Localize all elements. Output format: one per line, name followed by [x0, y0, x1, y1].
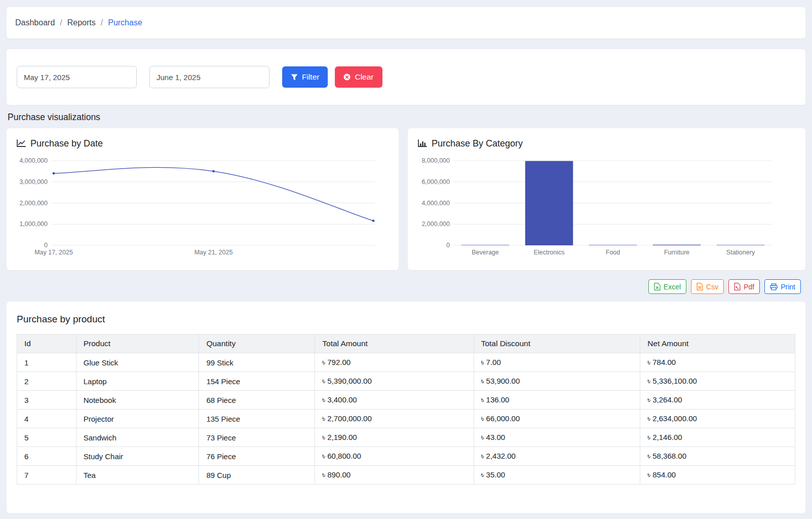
table-row: 3Notebook68 Piece৳ 3,400.00৳ 136.00৳ 3,2… — [17, 391, 795, 410]
table-cell: ৳ 136.00 — [474, 391, 640, 410]
column-header-net-amount: Net Amount — [640, 335, 795, 353]
table-cell: Sandwich — [76, 428, 199, 447]
clear-x-icon — [343, 73, 351, 81]
pdf-export-button[interactable]: Pdf — [728, 279, 760, 294]
table-cell: ৳ 5,336,100.00 — [640, 372, 795, 391]
excel-export-button[interactable]: Excel — [648, 279, 686, 294]
svg-text:8,000,000: 8,000,000 — [421, 157, 450, 164]
table-cell: 68 Piece — [199, 391, 315, 410]
table-cell: 99 Stick — [199, 353, 315, 372]
table-cell: ৳ 60,800.00 — [315, 447, 474, 466]
table-cell: 4 — [17, 410, 76, 428]
table-cell: ৳ 792.00 — [315, 353, 474, 372]
table-row: 1Glue Stick99 Stick৳ 792.00৳ 7.00৳ 784.0… — [17, 353, 795, 372]
table-cell: ৳ 2,146.00 — [640, 428, 795, 447]
svg-text:May 17, 2025: May 17, 2025 — [34, 249, 73, 256]
column-header-id: Id — [17, 335, 76, 353]
export-button-label: Pdf — [744, 283, 754, 291]
breadcrumb-item-reports[interactable]: Reports — [67, 18, 96, 27]
filter-button-label: Filter — [302, 72, 319, 82]
svg-text:4,000,000: 4,000,000 — [19, 157, 48, 164]
table-cell: Projector — [76, 410, 199, 428]
table-cell: ৳ 35.00 — [474, 466, 640, 485]
bar-chart-icon — [418, 139, 427, 147]
table-cell: ৳ 53,900.00 — [474, 372, 640, 391]
svg-text:2,000,000: 2,000,000 — [421, 220, 450, 228]
column-header-total-discount: Total Discount — [474, 335, 640, 353]
charts-row: Purchase by Date 01,000,0002,000,0003,00… — [7, 128, 805, 270]
table-cell: 76 Piece — [199, 447, 315, 466]
table-cell: ৳ 890.00 — [315, 466, 474, 485]
purchase-by-product-card: Purchase by product IdProductQuantityTot… — [7, 302, 805, 513]
chart-title-purchase-by-date: Purchase by Date — [30, 138, 103, 149]
export-button-label: Csv — [706, 283, 718, 291]
svg-text:Electronics: Electronics — [533, 249, 564, 256]
table-cell: ৳ 3,264.00 — [640, 391, 795, 410]
purchase-by-date-card: Purchase by Date 01,000,0002,000,0003,00… — [7, 128, 399, 270]
table-cell: ৳ 7.00 — [474, 353, 640, 372]
line-chart-icon — [17, 139, 26, 147]
svg-text:Stationery: Stationery — [726, 249, 755, 256]
excel-file-icon — [654, 283, 661, 290]
table-cell: Tea — [76, 466, 199, 485]
csv-export-button[interactable]: Csv — [691, 279, 724, 294]
end-date-input[interactable] — [149, 66, 269, 88]
svg-text:Furniture: Furniture — [664, 249, 689, 256]
table-cell: Laptop — [76, 372, 199, 391]
table-cell: 135 Piece — [199, 410, 315, 428]
chart-title-purchase-by-category: Purchase By Category — [432, 138, 523, 149]
svg-text:0: 0 — [44, 242, 48, 249]
table-cell: 3 — [17, 391, 76, 410]
filter-panel: Filter Clear — [7, 49, 805, 105]
table-cell: 89 Cup — [199, 466, 315, 485]
svg-text:May 21, 2025: May 21, 2025 — [195, 249, 233, 256]
purchase-table: IdProductQuantityTotal AmountTotal Disco… — [17, 334, 795, 485]
breadcrumb: Dashboard/Reports/Purchase — [7, 7, 805, 39]
table-cell: ৳ 854.00 — [640, 466, 795, 485]
filter-funnel-icon — [291, 74, 298, 81]
table-row: 6Study Chair76 Piece৳ 60,800.00৳ 2,432.0… — [17, 447, 795, 466]
table-cell: ৳ 2,700,000.00 — [315, 410, 474, 428]
table-row: 5Sandwich73 Piece৳ 2,190.00৳ 43.00৳ 2,14… — [17, 428, 795, 447]
svg-text:1,000,000: 1,000,000 — [19, 220, 48, 228]
svg-text:3,000,000: 3,000,000 — [19, 178, 48, 186]
svg-text:4,000,000: 4,000,000 — [421, 200, 450, 207]
svg-text:2,000,000: 2,000,000 — [19, 200, 48, 207]
table-cell: ৳ 2,190.00 — [315, 428, 474, 447]
csv-file-icon — [697, 283, 703, 290]
section-title: Purchase visualizations — [8, 112, 812, 123]
purchase-by-category-chart[interactable]: 02,000,0004,000,0006,000,0008,000,000Bev… — [418, 155, 795, 259]
table-cell: ৳ 43.00 — [474, 428, 640, 447]
clear-button-label: Clear — [355, 72, 373, 82]
filter-button[interactable]: Filter — [282, 66, 328, 88]
column-header-product: Product — [76, 335, 199, 353]
purchase-by-date-chart[interactable]: 01,000,0002,000,0003,000,0004,000,000May… — [17, 155, 389, 259]
clear-button[interactable]: Clear — [335, 66, 382, 88]
table-cell: 5 — [17, 428, 76, 447]
print-icon — [770, 283, 778, 290]
table-cell: 6 — [17, 447, 76, 466]
svg-text:Beverage: Beverage — [472, 249, 499, 256]
breadcrumb-item-purchase: Purchase — [108, 18, 142, 27]
breadcrumb-separator: / — [60, 18, 62, 27]
table-cell: ৳ 5,390,000.00 — [315, 372, 474, 391]
table-cell: 1 — [17, 353, 76, 372]
table-cell: 7 — [17, 466, 76, 485]
table-cell: 2 — [17, 372, 76, 391]
table-cell: Glue Stick — [76, 353, 199, 372]
breadcrumb-item-dashboard[interactable]: Dashboard — [15, 18, 55, 27]
export-toolbar: ExcelCsvPdfPrint — [11, 279, 801, 294]
table-cell: Study Chair — [76, 447, 199, 466]
table-header-row: IdProductQuantityTotal AmountTotal Disco… — [17, 335, 795, 353]
print-export-button[interactable]: Print — [764, 279, 801, 294]
breadcrumb-separator: / — [101, 18, 103, 27]
table-row: 4Projector135 Piece৳ 2,700,000.00৳ 66,00… — [17, 410, 795, 428]
table-cell: ৳ 2,432.00 — [474, 447, 640, 466]
table-cell: ৳ 3,400.00 — [315, 391, 474, 410]
table-cell: ৳ 784.00 — [640, 353, 795, 372]
start-date-input[interactable] — [17, 66, 137, 88]
table-row: 7Tea89 Cup৳ 890.00৳ 35.00৳ 854.00 — [17, 466, 795, 485]
svg-text:6,000,000: 6,000,000 — [421, 178, 450, 186]
svg-text:0: 0 — [446, 242, 450, 249]
purchase-by-category-card: Purchase By Category 02,000,0004,000,000… — [408, 128, 805, 270]
